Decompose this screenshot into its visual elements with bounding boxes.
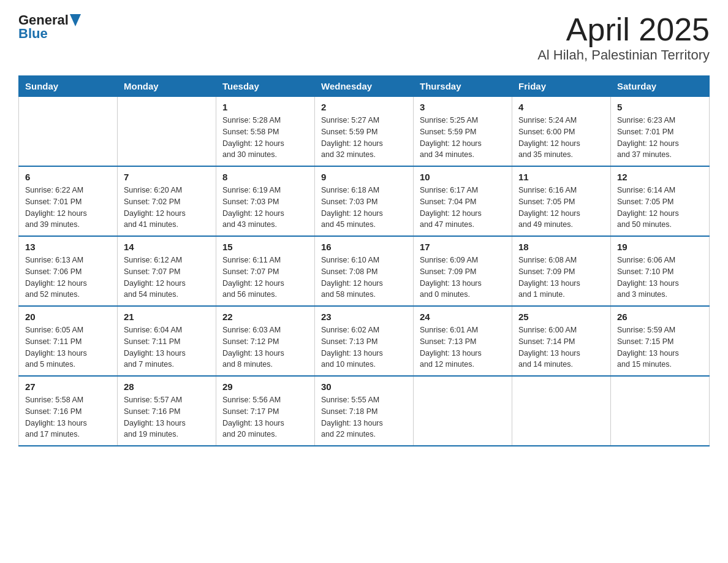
day-number: 8 (222, 172, 308, 182)
calendar-cell: 4Sunrise: 5:24 AMSunset: 6:00 PMDaylight… (512, 97, 611, 167)
day-info: Sunrise: 5:25 AMSunset: 5:59 PMDaylight:… (420, 115, 506, 161)
svg-marker-0 (70, 14, 81, 26)
day-header-monday: Monday (118, 76, 216, 97)
calendar-cell: 23Sunrise: 6:02 AMSunset: 7:13 PMDayligh… (315, 306, 414, 376)
calendar-week-3: 13Sunrise: 6:13 AMSunset: 7:06 PMDayligh… (19, 236, 710, 306)
day-info: Sunrise: 5:55 AMSunset: 7:18 PMDaylight:… (321, 394, 407, 440)
calendar-week-1: 1Sunrise: 5:28 AMSunset: 5:58 PMDaylight… (19, 97, 710, 167)
day-info: Sunrise: 6:10 AMSunset: 7:08 PMDaylight:… (321, 255, 407, 301)
day-info: Sunrise: 5:56 AMSunset: 7:17 PMDaylight:… (222, 394, 308, 440)
day-number: 15 (222, 242, 308, 252)
day-info: Sunrise: 6:19 AMSunset: 7:03 PMDaylight:… (222, 185, 308, 231)
day-header-friday: Friday (512, 76, 611, 97)
day-number: 27 (25, 381, 111, 392)
day-info: Sunrise: 5:24 AMSunset: 6:00 PMDaylight:… (518, 115, 604, 161)
calendar-cell: 7Sunrise: 6:20 AMSunset: 7:02 PMDaylight… (118, 166, 216, 236)
calendar-week-5: 27Sunrise: 5:58 AMSunset: 7:16 PMDayligh… (19, 376, 710, 446)
day-number: 14 (124, 242, 210, 252)
calendar-cell: 30Sunrise: 5:55 AMSunset: 7:18 PMDayligh… (315, 376, 414, 446)
calendar-cell: 6Sunrise: 6:22 AMSunset: 7:01 PMDaylight… (19, 166, 118, 236)
day-number: 9 (321, 172, 407, 182)
day-number: 20 (25, 312, 111, 322)
day-info: Sunrise: 6:22 AMSunset: 7:01 PMDaylight:… (25, 185, 111, 231)
logo-triangle-icon (70, 14, 81, 26)
day-info: Sunrise: 5:58 AMSunset: 7:16 PMDaylight:… (25, 394, 111, 440)
day-number: 29 (222, 381, 308, 392)
day-number: 22 (222, 312, 308, 322)
day-number: 18 (518, 242, 604, 252)
day-number: 19 (617, 242, 703, 252)
day-info: Sunrise: 5:28 AMSunset: 5:58 PMDaylight:… (222, 115, 308, 161)
day-number: 23 (321, 312, 407, 322)
day-info: Sunrise: 6:04 AMSunset: 7:11 PMDaylight:… (124, 324, 210, 370)
day-info: Sunrise: 6:13 AMSunset: 7:06 PMDaylight:… (25, 255, 111, 301)
day-number: 16 (321, 242, 407, 252)
calendar-cell: 15Sunrise: 6:11 AMSunset: 7:07 PMDayligh… (216, 236, 315, 306)
calendar-week-2: 6Sunrise: 6:22 AMSunset: 7:01 PMDaylight… (19, 166, 710, 236)
day-info: Sunrise: 6:05 AMSunset: 7:11 PMDaylight:… (25, 324, 111, 370)
day-number: 2 (321, 102, 407, 112)
day-number: 1 (222, 102, 308, 112)
calendar-cell: 25Sunrise: 6:00 AMSunset: 7:14 PMDayligh… (512, 306, 611, 376)
day-info: Sunrise: 6:18 AMSunset: 7:03 PMDaylight:… (321, 185, 407, 231)
calendar-cell (118, 97, 216, 167)
day-number: 3 (420, 102, 506, 112)
calendar-cell: 11Sunrise: 6:16 AMSunset: 7:05 PMDayligh… (512, 166, 611, 236)
calendar-cell: 8Sunrise: 6:19 AMSunset: 7:03 PMDaylight… (216, 166, 315, 236)
calendar-cell: 1Sunrise: 5:28 AMSunset: 5:58 PMDaylight… (216, 97, 315, 167)
day-number: 30 (321, 381, 407, 392)
day-info: Sunrise: 6:01 AMSunset: 7:13 PMDaylight:… (420, 324, 506, 370)
day-info: Sunrise: 6:11 AMSunset: 7:07 PMDaylight:… (222, 255, 308, 301)
day-info: Sunrise: 6:06 AMSunset: 7:10 PMDaylight:… (617, 255, 703, 301)
day-info: Sunrise: 5:59 AMSunset: 7:15 PMDaylight:… (617, 324, 703, 370)
calendar-title: April 2025 (537, 12, 710, 47)
day-number: 21 (124, 312, 210, 322)
calendar-cell: 13Sunrise: 6:13 AMSunset: 7:06 PMDayligh… (19, 236, 118, 306)
title-block: April 2025 Al Hilah, Palestinian Territo… (537, 12, 710, 63)
calendar-cell: 16Sunrise: 6:10 AMSunset: 7:08 PMDayligh… (315, 236, 414, 306)
day-number: 12 (617, 172, 703, 182)
calendar-cell: 28Sunrise: 5:57 AMSunset: 7:16 PMDayligh… (118, 376, 216, 446)
calendar-cell: 3Sunrise: 5:25 AMSunset: 5:59 PMDaylight… (414, 97, 512, 167)
day-number: 11 (518, 172, 604, 182)
day-info: Sunrise: 6:12 AMSunset: 7:07 PMDaylight:… (124, 255, 210, 301)
calendar-cell: 29Sunrise: 5:56 AMSunset: 7:17 PMDayligh… (216, 376, 315, 446)
day-info: Sunrise: 5:57 AMSunset: 7:16 PMDaylight:… (124, 394, 210, 440)
calendar-cell: 20Sunrise: 6:05 AMSunset: 7:11 PMDayligh… (19, 306, 118, 376)
calendar-header-row: SundayMondayTuesdayWednesdayThursdayFrid… (19, 76, 710, 97)
day-header-thursday: Thursday (414, 76, 512, 97)
day-number: 4 (518, 102, 604, 112)
day-number: 6 (25, 172, 111, 182)
calendar-cell: 21Sunrise: 6:04 AMSunset: 7:11 PMDayligh… (118, 306, 216, 376)
day-number: 26 (617, 312, 703, 322)
page-header: General Blue April 2025 Al Hilah, Palest… (18, 12, 710, 63)
calendar-cell: 22Sunrise: 6:03 AMSunset: 7:12 PMDayligh… (216, 306, 315, 376)
calendar-week-4: 20Sunrise: 6:05 AMSunset: 7:11 PMDayligh… (19, 306, 710, 376)
day-info: Sunrise: 6:20 AMSunset: 7:02 PMDaylight:… (124, 185, 210, 231)
day-number: 10 (420, 172, 506, 182)
day-number: 13 (25, 242, 111, 252)
calendar-subtitle: Al Hilah, Palestinian Territory (537, 47, 710, 63)
day-number: 28 (124, 381, 210, 392)
day-header-wednesday: Wednesday (315, 76, 414, 97)
calendar-cell: 19Sunrise: 6:06 AMSunset: 7:10 PMDayligh… (611, 236, 710, 306)
calendar-cell (19, 97, 118, 167)
day-info: Sunrise: 6:14 AMSunset: 7:05 PMDaylight:… (617, 185, 703, 231)
day-info: Sunrise: 6:16 AMSunset: 7:05 PMDaylight:… (518, 185, 604, 231)
calendar-cell: 24Sunrise: 6:01 AMSunset: 7:13 PMDayligh… (414, 306, 512, 376)
day-header-tuesday: Tuesday (216, 76, 315, 97)
day-header-sunday: Sunday (19, 76, 118, 97)
calendar-cell (512, 376, 611, 446)
calendar-cell: 9Sunrise: 6:18 AMSunset: 7:03 PMDaylight… (315, 166, 414, 236)
day-info: Sunrise: 5:27 AMSunset: 5:59 PMDaylight:… (321, 115, 407, 161)
day-number: 25 (518, 312, 604, 322)
day-info: Sunrise: 6:03 AMSunset: 7:12 PMDaylight:… (222, 324, 308, 370)
day-info: Sunrise: 6:00 AMSunset: 7:14 PMDaylight:… (518, 324, 604, 370)
day-info: Sunrise: 6:09 AMSunset: 7:09 PMDaylight:… (420, 255, 506, 301)
day-info: Sunrise: 6:02 AMSunset: 7:13 PMDaylight:… (321, 324, 407, 370)
day-number: 5 (617, 102, 703, 112)
calendar-cell (414, 376, 512, 446)
calendar-cell: 14Sunrise: 6:12 AMSunset: 7:07 PMDayligh… (118, 236, 216, 306)
calendar-cell: 18Sunrise: 6:08 AMSunset: 7:09 PMDayligh… (512, 236, 611, 306)
logo-blue: Blue (18, 26, 48, 42)
